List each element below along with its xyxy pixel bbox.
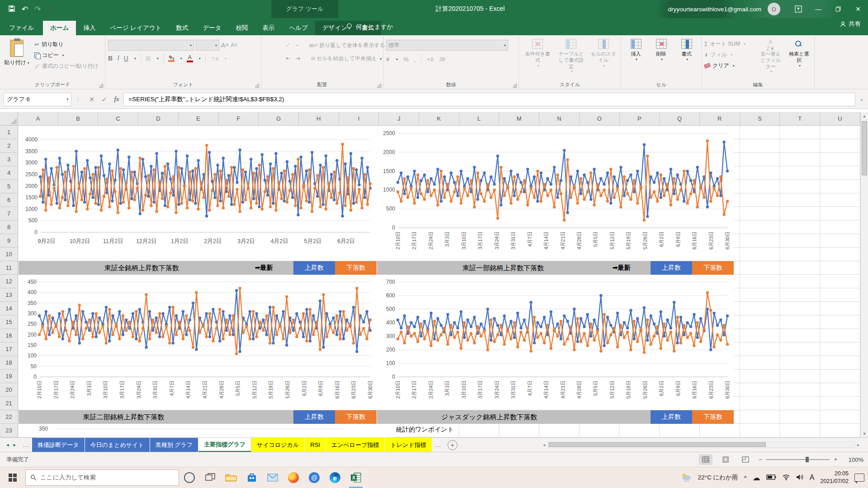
row-header-7[interactable]: 7 bbox=[0, 207, 18, 221]
bold-button[interactable]: B bbox=[108, 55, 113, 62]
file-explorer-icon[interactable] bbox=[221, 467, 241, 488]
alignment-dialog-launcher-icon[interactable] bbox=[377, 84, 381, 88]
increase-indent-icon[interactable]: ⇥ bbox=[296, 55, 300, 61]
paste-button[interactable]: 貼り付け▾ bbox=[3, 37, 31, 70]
sheet-tab-7[interactable]: トレンド指標 bbox=[385, 438, 432, 452]
sheet-nav-right-icon[interactable]: ▸ bbox=[14, 442, 16, 448]
mail-icon[interactable] bbox=[262, 467, 283, 488]
ribbon-tab-1[interactable]: ホーム bbox=[43, 21, 76, 35]
format-cells-button[interactable]: 書式▾ bbox=[675, 37, 698, 81]
rising-count-badge[interactable]: 上昇数 bbox=[651, 410, 692, 424]
row-header-12[interactable]: 12 bbox=[0, 275, 18, 288]
falling-count-badge[interactable]: 下落数 bbox=[335, 261, 377, 275]
wrap-text-button[interactable]: ab⏎ 折り返して全体を表示する bbox=[309, 42, 385, 49]
restore-button[interactable] bbox=[828, 0, 848, 18]
row-header-16[interactable]: 16 bbox=[0, 329, 18, 343]
percent-format-button[interactable]: % bbox=[403, 56, 409, 63]
store-icon[interactable] bbox=[241, 467, 262, 488]
expand-formula-bar-icon[interactable]: ⌄ bbox=[855, 96, 868, 102]
row-header-4[interactable]: 4 bbox=[0, 166, 18, 180]
falling-count-badge[interactable]: 下落数 bbox=[692, 261, 734, 275]
fill-color-button[interactable] bbox=[168, 55, 175, 62]
font-size-select[interactable]: ▾ bbox=[196, 40, 219, 51]
sheet-tabs-overflow-left[interactable]: ... bbox=[20, 441, 32, 448]
firefox-icon[interactable] bbox=[283, 467, 304, 488]
orientation-icon[interactable]: ⟋ bbox=[286, 42, 289, 48]
paste-dropdown-icon[interactable]: ▾ bbox=[28, 61, 29, 65]
select-all-corner[interactable] bbox=[0, 112, 18, 126]
sheet-tab-6[interactable]: エンベロープ指標 bbox=[326, 438, 385, 452]
insert-cells-button[interactable]: 挿入▾ bbox=[624, 37, 648, 81]
font-dialog-launcher-icon[interactable] bbox=[255, 84, 259, 88]
column-header-R[interactable]: R bbox=[700, 112, 740, 125]
scroll-down-icon[interactable]: ▼ bbox=[861, 430, 868, 437]
underline-button[interactable]: U bbox=[124, 55, 128, 62]
sheet-tab-0[interactable]: 株価診断データ bbox=[32, 438, 85, 452]
orientation-dropdown-icon[interactable]: ▾ bbox=[296, 43, 298, 47]
weather-label[interactable]: 22°C にわか雨 bbox=[698, 474, 738, 482]
row-header-22[interactable]: 22 bbox=[0, 410, 18, 424]
row-header-1[interactable]: 1 bbox=[0, 126, 18, 139]
chart-tse-all[interactable]: 050010001500200025003000350040009月2日10月2… bbox=[19, 126, 377, 260]
zoom-level[interactable]: 100% bbox=[844, 456, 863, 463]
ribbon-tab-5[interactable]: データ bbox=[195, 21, 228, 35]
cell-styles-button[interactable]: セルのスタイル▾ bbox=[589, 37, 618, 81]
tell-me-box[interactable]: 何をしますか bbox=[340, 20, 400, 34]
conditional-formatting-button[interactable]: 条件付き書式▾ bbox=[522, 37, 553, 81]
row-header-2[interactable]: 2 bbox=[0, 139, 18, 153]
sheet-nav-left-icon[interactable]: ◂ bbox=[6, 442, 9, 448]
wifi-icon[interactable] bbox=[782, 474, 790, 482]
row-header-10[interactable]: 10 bbox=[0, 248, 18, 261]
edge-icon[interactable]: e bbox=[325, 467, 345, 488]
excel-taskbar-icon[interactable]: X bbox=[345, 467, 366, 488]
onedrive-icon[interactable]: ☁ bbox=[753, 473, 760, 483]
font-color-button[interactable]: A bbox=[187, 55, 193, 62]
people-app-icon[interactable]: @ bbox=[304, 467, 325, 488]
enter-icon[interactable]: ✓ bbox=[102, 96, 107, 103]
action-center-icon[interactable] bbox=[854, 474, 864, 482]
ribbon-tab-3[interactable]: ページ レイアウト bbox=[103, 21, 169, 35]
weather-icon[interactable] bbox=[680, 472, 692, 483]
zoom-slider-thumb[interactable] bbox=[806, 457, 809, 462]
row-header-21[interactable]: 21 bbox=[0, 397, 18, 410]
sort-filter-button[interactable]: AZ▼ 並べ替えとフィルター▾ bbox=[757, 37, 784, 74]
rising-count-badge[interactable]: 上昇数 bbox=[651, 261, 692, 275]
chart-tse-second[interactable]: 0501001502002503003504004502月10日2月17日2月2… bbox=[19, 276, 377, 409]
undo-icon[interactable]: ↶ bbox=[22, 5, 28, 14]
column-header-S[interactable]: S bbox=[740, 112, 780, 125]
rising-count-badge[interactable]: 上昇数 bbox=[293, 410, 335, 424]
hscroll-right-icon[interactable]: ▸ bbox=[855, 442, 862, 447]
clear-button[interactable]: クリア▾ bbox=[704, 62, 755, 70]
increase-decimal-button[interactable]: +.0 bbox=[427, 57, 433, 62]
name-box-dropdown-icon[interactable]: ▾ bbox=[66, 97, 68, 101]
speaker-icon[interactable] bbox=[796, 474, 804, 482]
ribbon-tab-8[interactable]: ヘルプ bbox=[282, 21, 315, 35]
ribbon-tab-7[interactable]: 表示 bbox=[255, 21, 282, 35]
share-button[interactable]: 共有 bbox=[840, 20, 861, 28]
row-header-9[interactable]: 9 bbox=[0, 234, 18, 248]
page-layout-view-icon[interactable] bbox=[719, 454, 732, 465]
column-header-F[interactable]: F bbox=[219, 112, 259, 125]
ribbon-tab-2[interactable]: 挿入 bbox=[76, 21, 103, 35]
font-color-dropdown-icon[interactable]: ▾ bbox=[199, 56, 201, 61]
formula-bar-splitter[interactable]: ⋮ bbox=[71, 96, 85, 103]
comma-format-button[interactable]: , bbox=[414, 56, 416, 63]
underline-dropdown-icon[interactable]: ▾ bbox=[134, 56, 136, 61]
normal-view-icon[interactable] bbox=[699, 454, 712, 465]
column-header-J[interactable]: J bbox=[379, 112, 419, 125]
column-header-B[interactable]: B bbox=[58, 112, 99, 125]
row-header-3[interactable]: 3 bbox=[0, 153, 18, 166]
row-header-5[interactable]: 5 bbox=[0, 180, 18, 193]
number-dialog-launcher-icon[interactable] bbox=[513, 84, 517, 88]
currency-dropdown-icon[interactable]: ▾ bbox=[396, 57, 398, 61]
decrease-indent-icon[interactable]: ⇤ bbox=[286, 55, 290, 61]
column-header-C[interactable]: C bbox=[98, 112, 138, 125]
avatar[interactable]: D bbox=[768, 3, 780, 15]
font-name-select[interactable]: ▾ bbox=[108, 40, 194, 51]
minimize-button[interactable]: — bbox=[808, 0, 828, 18]
close-button[interactable]: ✕ bbox=[848, 0, 868, 18]
sheet-tab-5[interactable]: RSI bbox=[305, 438, 326, 452]
new-sheet-button[interactable]: + bbox=[448, 440, 458, 450]
insert-function-icon[interactable]: fx bbox=[114, 95, 119, 103]
column-header-T[interactable]: T bbox=[780, 112, 820, 125]
